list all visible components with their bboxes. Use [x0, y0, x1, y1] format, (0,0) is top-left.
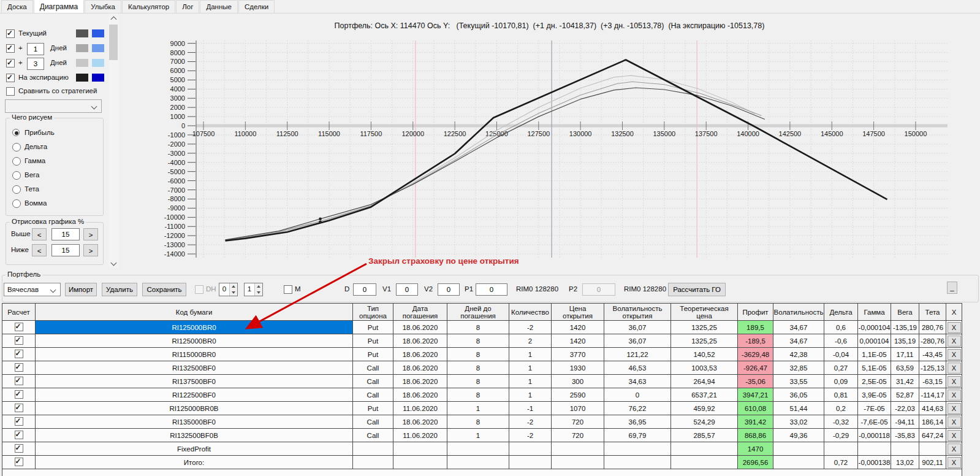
cell-vopen[interactable]: 36,95 [604, 415, 671, 429]
column-header[interactable]: Дней до погашения [447, 304, 509, 321]
cell-vopen[interactable] [604, 442, 671, 456]
cell-gamma[interactable]: 5,1E-05 [858, 361, 891, 375]
scrollbar-thumb[interactable] [109, 25, 118, 60]
cell-open[interactable]: 2590 [552, 388, 604, 402]
cell-profit[interactable]: -35,06 [738, 375, 773, 388]
range-below-increment-button[interactable]: > [83, 244, 98, 256]
cell-gamma[interactable]: 2,5E-05 [858, 375, 891, 388]
layer-plus3-checkbox[interactable] [6, 59, 15, 67]
cell-vega[interactable]: 17,11 [891, 348, 919, 361]
cell-vol[interactable]: 49,36 [773, 429, 824, 442]
cell-code[interactable]: RI122500BF0 [36, 388, 353, 402]
remove-row-button[interactable]: X [948, 457, 961, 468]
range-above-increment-button[interactable]: > [83, 228, 98, 240]
cell-qty[interactable] [509, 442, 552, 456]
payoff-chart[interactable]: -14000-13000-12000-11000-10000-9000-8000… [119, 13, 980, 268]
cell-days[interactable]: 8 [447, 321, 509, 334]
cell-vega[interactable] [891, 442, 919, 456]
cell-qty[interactable]: 1 [509, 375, 552, 388]
cell-profit[interactable]: 868,86 [738, 429, 773, 442]
cell-delta[interactable]: 0,27 [824, 361, 858, 375]
row-calc-checkbox[interactable] [15, 431, 23, 439]
cell-profit[interactable]: 2696,56 [738, 456, 773, 469]
cell-code[interactable]: RI115000BR0 [36, 348, 353, 361]
scroll-down-button[interactable] [108, 258, 118, 268]
cell-date[interactable] [393, 456, 447, 469]
layer-current-swatch-gray[interactable] [76, 29, 88, 37]
compare-strategy-checkbox[interactable] [6, 87, 15, 96]
cell-code[interactable]: RI132500BF0 [36, 361, 353, 375]
cell-profit[interactable]: 391,42 [738, 415, 773, 429]
cell-vol[interactable]: 34,67 [773, 321, 824, 334]
column-header[interactable]: Количество [509, 304, 552, 321]
layer-plus3-swatch-gray[interactable] [76, 59, 88, 67]
tab-Улыбка[interactable]: Улыбка [85, 0, 121, 13]
cell-profit[interactable]: -3629,48 [738, 348, 773, 361]
remove-row-button[interactable]: X [948, 349, 961, 360]
delete-button[interactable]: Удалить [102, 283, 137, 296]
cell-gamma[interactable]: -0,000138 [858, 456, 891, 469]
layer-current-swatch-blue[interactable] [92, 29, 104, 37]
cell-date[interactable] [393, 442, 447, 456]
cell-theo[interactable]: 6537,21 [671, 388, 738, 402]
cell-code[interactable]: RI125000BR0B [36, 402, 353, 415]
cell-delta[interactable]: 0,6 [824, 321, 858, 334]
cell-theo[interactable]: 264,94 [671, 375, 738, 388]
cell-theo[interactable]: 1325,25 [671, 321, 738, 334]
cell-days[interactable]: 8 [447, 415, 509, 429]
cell-vol[interactable]: 34,67 [773, 334, 824, 348]
cell-gamma[interactable] [858, 442, 891, 456]
cell-vol[interactable]: 51,44 [773, 402, 824, 415]
layer-plus3-swatch-blue[interactable] [92, 59, 104, 67]
cell-date[interactable]: 18.06.2020 [393, 334, 447, 348]
dh-checkbox[interactable] [195, 285, 203, 294]
cell-days[interactable] [447, 442, 509, 456]
cell-vega[interactable]: 135,19 [891, 334, 919, 348]
cell-delta[interactable]: 0,72 [824, 456, 858, 469]
column-header[interactable]: Теоретическая цена [671, 304, 738, 321]
row-calc-checkbox[interactable] [15, 390, 23, 399]
row-calc-checkbox[interactable] [15, 458, 23, 466]
cell-open[interactable]: 1420 [552, 334, 604, 348]
cell-profit[interactable]: 1470 [738, 442, 773, 456]
cell-type[interactable]: Put [353, 334, 393, 348]
tab-Данные[interactable]: Данные [200, 0, 238, 13]
remove-row-button[interactable]: X [948, 443, 961, 455]
cell-days[interactable] [447, 456, 509, 469]
cell-type[interactable]: Call [353, 429, 393, 442]
column-header[interactable]: Цена открытия [552, 304, 604, 321]
cell-theta[interactable]: 902,11 [919, 456, 946, 469]
cell-type[interactable]: Put [353, 402, 393, 415]
cell-vopen[interactable]: 36,07 [604, 334, 671, 348]
cell-date[interactable]: 18.06.2020 [393, 375, 447, 388]
cell-theta[interactable]: 414,63 [919, 402, 946, 415]
cell-code[interactable]: Итого: [36, 456, 353, 469]
cell-date[interactable]: 11.06.2020 [393, 402, 447, 415]
column-header[interactable]: Тип опциона [353, 304, 393, 321]
p1-field[interactable] [476, 283, 507, 296]
save-button[interactable]: Сохранить [142, 283, 186, 296]
v2-field[interactable] [438, 283, 460, 296]
cell-open[interactable] [552, 456, 604, 469]
cell-days[interactable]: 8 [447, 388, 509, 402]
tab-Лог[interactable]: Лог [176, 0, 199, 13]
plus3-days-input[interactable] [27, 58, 44, 70]
cell-delta[interactable]: -0,04 [824, 348, 858, 361]
row-calc-checkbox[interactable] [15, 350, 23, 358]
import-button[interactable]: Импорт [65, 283, 97, 296]
cell-vega[interactable]: -135,19 [891, 321, 919, 334]
column-header[interactable]: Код бумаги [36, 304, 353, 321]
layer-plus1-swatch-gray[interactable] [76, 44, 88, 52]
cell-gamma[interactable]: 1,1E-05 [858, 348, 891, 361]
range-above-input[interactable] [51, 228, 80, 240]
cell-profit[interactable]: 3947,21 [738, 388, 773, 402]
cell-gamma[interactable]: 3,9E-05 [858, 388, 891, 402]
cell-vol[interactable]: 32,85 [773, 361, 824, 375]
cell-date[interactable]: 11.06.2020 [393, 429, 447, 442]
range-above-decrement-button[interactable]: < [32, 228, 47, 240]
cell-qty[interactable]: 2 [509, 334, 552, 348]
cell-open[interactable]: 1930 [552, 361, 604, 375]
layer-expiration-swatch-blue[interactable] [92, 74, 104, 82]
remove-row-button[interactable]: X [948, 416, 961, 428]
column-header[interactable]: Вега [891, 304, 919, 321]
